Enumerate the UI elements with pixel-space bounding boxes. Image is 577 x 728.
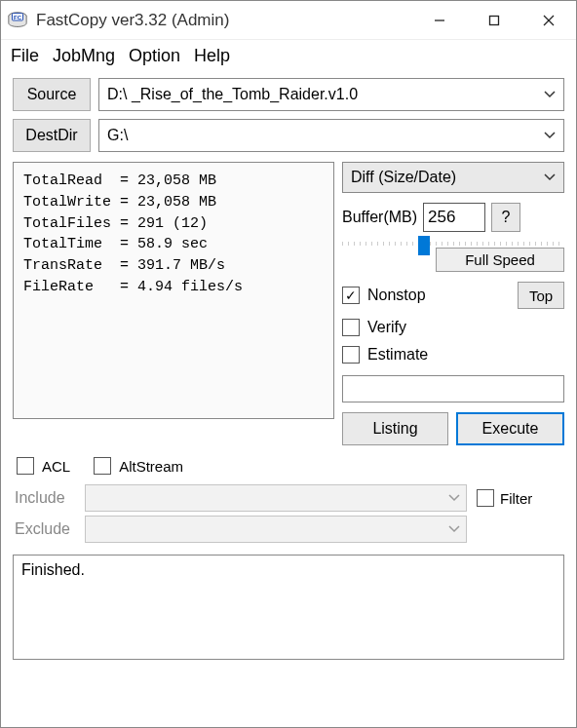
chevron-down-icon[interactable] [544,132,556,139]
destdir-button[interactable]: DestDir [13,119,91,152]
altstream-check[interactable] [94,457,111,475]
app-icon: FC [7,10,28,31]
maximize-button[interactable] [467,1,521,39]
svg-rect-4 [490,16,499,24]
info-field[interactable] [342,375,564,402]
source-path: D:\ _Rise_of_the_Tomb_Raider.v1.0 [107,86,544,103]
include-label: Include [15,489,75,507]
speed-slider-track[interactable] [342,242,564,246]
acl-check[interactable] [17,457,34,475]
buffer-input[interactable] [423,203,485,232]
nonstop-check[interactable] [342,287,360,304]
chevron-down-icon[interactable] [448,494,460,502]
speed-slider-thumb[interactable] [418,236,430,255]
destdir-combo[interactable]: G:\ [98,119,564,152]
estimate-check[interactable] [342,346,360,364]
menu-file[interactable]: File [11,46,39,66]
menu-option[interactable]: Option [129,46,180,66]
acl-label: ACL [42,458,70,475]
exclude-label: Exclude [15,520,75,538]
buffer-help-button[interactable]: ? [491,203,520,232]
close-button[interactable] [521,1,576,39]
chevron-down-icon[interactable] [544,173,556,181]
svg-text:FC: FC [14,14,22,19]
nonstop-label: Nonstop [367,287,510,304]
window-title: FastCopy ver3.32 (Admin) [36,11,412,30]
filter-label: Filter [500,490,532,507]
menu-help[interactable]: Help [194,46,230,66]
mode-selected: Diff (Size/Date) [351,169,544,186]
minimize-button[interactable] [412,1,467,39]
verify-label: Verify [367,319,564,336]
chevron-down-icon[interactable] [448,525,460,533]
stats-panel: TotalRead = 23,058 MB TotalWrite = 23,05… [13,162,334,419]
buffer-label: Buffer(MB) [342,209,417,226]
verify-check[interactable] [342,319,360,336]
altstream-label: AltStream [119,458,183,475]
mode-combo[interactable]: Diff (Size/Date) [342,162,564,193]
top-button[interactable]: Top [518,282,564,309]
speed-label: Full Speed [436,248,564,272]
filter-check[interactable] [477,489,494,507]
execute-button[interactable]: Execute [456,412,564,445]
source-combo[interactable]: D:\ _Rise_of_the_Tomb_Raider.v1.0 [98,78,564,111]
menu-jobmng[interactable]: JobMng [53,46,115,66]
estimate-label: Estimate [367,346,564,364]
exclude-combo[interactable] [85,516,467,543]
source-button[interactable]: Source [13,78,91,111]
destdir-path: G:\ [107,127,544,144]
include-combo[interactable] [85,484,467,512]
chevron-down-icon[interactable] [544,91,556,98]
listing-button[interactable]: Listing [342,412,448,445]
log-panel: Finished. [13,555,564,660]
